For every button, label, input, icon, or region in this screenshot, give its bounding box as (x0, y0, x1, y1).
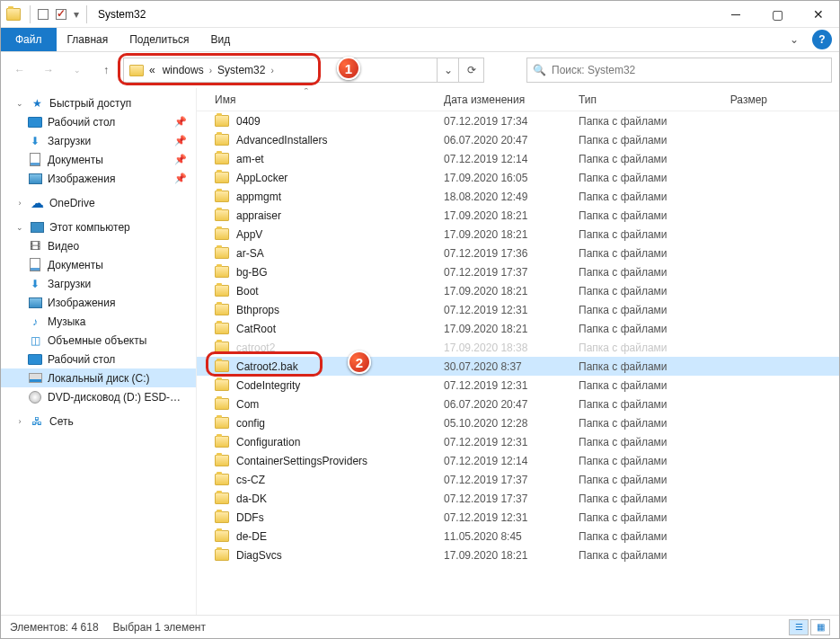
back-button[interactable]: ← (8, 58, 31, 82)
table-row[interactable]: ar-SA07.12.2019 17:36Папка с файлами (197, 244, 839, 262)
folder-icon (215, 455, 229, 466)
file-type: Папка с файлами (579, 436, 722, 448)
tab-home[interactable]: Главная (57, 28, 119, 51)
file-date: 17.09.2020 18:21 (444, 285, 579, 297)
file-name: ar-SA (236, 247, 444, 260)
help-button[interactable]: ? (812, 30, 832, 49)
file-tab[interactable]: Файл (1, 28, 57, 51)
sidebar-item-videos[interactable]: 🎞Видео (1, 236, 196, 255)
refresh-button[interactable]: ⟳ (459, 58, 484, 83)
sidebar-item-downloads[interactable]: ⬇Загрузки (1, 274, 196, 293)
table-row[interactable]: am-et07.12.2019 12:14Папка с файлами (197, 149, 839, 168)
table-row[interactable]: de-DE11.05.2020 8:45Папка с файлами (197, 527, 839, 546)
sidebar-item-local-disk[interactable]: Локальный диск (C:) (1, 368, 196, 387)
table-row[interactable]: cs-CZ07.12.2019 17:37Папка с файлами (197, 470, 839, 489)
file-name: da-DK (236, 493, 444, 505)
table-row[interactable]: AppV17.09.2020 18:21Папка с файлами (197, 225, 839, 244)
folder-icon (215, 436, 229, 448)
file-name: bg-BG (236, 266, 444, 279)
up-button[interactable]: ↑ (94, 58, 118, 82)
table-row[interactable]: catroot217.09.2020 18:38Папка с файлами (197, 338, 839, 357)
table-row[interactable]: 040907.12.2019 17:34Папка с файлами (197, 111, 839, 130)
table-row[interactable]: Com06.07.2020 20:47Папка с файлами (197, 395, 839, 413)
table-row[interactable]: AdvancedInstallers06.07.2020 20:47Папка … (197, 130, 839, 149)
large-icons-view-button[interactable]: ▦ (810, 619, 830, 635)
table-row[interactable]: DDFs07.12.2019 12:31Папка с файлами (197, 508, 839, 527)
forward-button[interactable]: → (37, 58, 60, 82)
address-dropdown-button[interactable]: ⌄ (438, 58, 459, 83)
sidebar-this-pc[interactable]: ⌄Этот компьютер (1, 217, 196, 236)
sidebar-item-pictures[interactable]: Изображения (1, 293, 196, 312)
file-list[interactable]: 040907.12.2019 17:34Папка с файламиAdvan… (197, 111, 839, 615)
table-row[interactable]: da-DK07.12.2019 17:37Папка с файлами (197, 489, 839, 508)
sidebar-onedrive[interactable]: ›☁OneDrive (1, 193, 196, 212)
sidebar-item-downloads[interactable]: ⬇Загрузки📌 (1, 131, 196, 150)
table-row[interactable]: Boot17.09.2020 18:21Папка с файлами (197, 281, 839, 300)
minimize-button[interactable]: ─ (715, 1, 756, 28)
file-type: Папка с файлами (579, 455, 722, 467)
label: Видео (48, 240, 79, 253)
column-header-size[interactable]: Размер (704, 93, 776, 106)
tree-collapse-icon[interactable]: ⌄ (15, 99, 24, 108)
ribbon-expand-button[interactable]: ⌄ (782, 28, 807, 51)
folder-icon (215, 153, 229, 164)
file-name: DiagSvcs (236, 549, 444, 562)
table-row[interactable]: CodeIntegrity07.12.2019 12:31Папка с фай… (197, 376, 839, 395)
qat-overflow[interactable]: ▾ (70, 8, 83, 21)
maximize-button[interactable]: ▢ (756, 1, 798, 28)
breadcrumb[interactable]: System32 (216, 64, 267, 76)
table-row[interactable]: ContainerSettingsProviders07.12.2019 12:… (197, 451, 839, 470)
recent-locations-button[interactable]: ⌄ (66, 58, 89, 82)
file-name: catroot2 (236, 342, 444, 354)
tree-expand-icon[interactable]: › (15, 199, 24, 208)
table-row[interactable]: CatRoot17.09.2020 18:21Папка с файлами (197, 319, 839, 338)
table-row[interactable]: Configuration07.12.2019 12:31Папка с фай… (197, 432, 839, 451)
separator (30, 5, 31, 23)
tab-view[interactable]: Вид (199, 28, 241, 51)
close-button[interactable]: ✕ (798, 1, 839, 28)
qat-checkbox-1[interactable] (38, 9, 49, 20)
table-row[interactable]: Catroot2.bak30.07.2020 8:37Папка с файла… (197, 357, 839, 376)
table-row[interactable]: AppLocker17.09.2020 16:05Папка с файлами (197, 168, 839, 187)
file-type: Папка с файлами (579, 209, 722, 222)
file-date: 18.08.2020 12:49 (444, 191, 579, 203)
qat-checkbox-2[interactable] (56, 9, 66, 20)
table-row[interactable]: bg-BG07.12.2019 17:37Папка с файлами (197, 262, 839, 281)
table-row[interactable]: Bthprops07.12.2019 12:31Папка с файлами (197, 300, 839, 319)
table-row[interactable]: appmgmt18.08.2020 12:49Папка с файлами (197, 187, 839, 206)
sidebar-item-dvd[interactable]: DVD-дисковод (D:) ESD-… (1, 387, 196, 406)
sidebar-item-music[interactable]: ♪Музыка (1, 312, 196, 331)
chevron-right-icon[interactable]: › (209, 66, 212, 75)
sidebar-quick-access[interactable]: ⌄ ★ Быстрый доступ (1, 93, 196, 112)
sidebar-item-documents[interactable]: Документы📌 (1, 150, 196, 169)
cloud-icon: ☁ (30, 196, 44, 210)
breadcrumb[interactable]: « (147, 64, 157, 76)
folder-icon (215, 247, 229, 259)
label: OneDrive (49, 197, 95, 209)
file-date: 07.12.2019 12:31 (444, 511, 579, 524)
file-date: 07.12.2019 17:37 (444, 266, 579, 279)
tab-share[interactable]: Поделиться (119, 28, 199, 51)
sidebar-item-pictures[interactable]: Изображения📌 (1, 169, 196, 188)
column-header-type[interactable]: Тип (579, 93, 704, 106)
column-header-date[interactable]: Дата изменения (444, 93, 579, 106)
tree-expand-icon[interactable]: › (15, 417, 24, 426)
sidebar-item-3d-objects[interactable]: ◫Объемные объекты (1, 331, 196, 350)
details-view-button[interactable]: ☰ (789, 619, 809, 635)
search-input[interactable]: 🔍 Поиск: System32 (526, 58, 832, 83)
column-header-name[interactable]: Имя⌃ (215, 93, 444, 106)
sidebar-item-documents[interactable]: Документы (1, 255, 196, 274)
address-bar[interactable]: « windows › System32 › (123, 58, 438, 83)
file-name: Catroot2.bak (236, 360, 444, 373)
sidebar-item-desktop[interactable]: Рабочий стол (1, 350, 196, 368)
table-row[interactable]: appraiser17.09.2020 18:21Папка с файлами (197, 206, 839, 225)
folder-icon (6, 8, 21, 21)
file-date: 07.12.2019 17:34 (444, 115, 579, 128)
table-row[interactable]: DiagSvcs17.09.2020 18:21Папка с файлами (197, 546, 839, 564)
sidebar-network[interactable]: ›🖧Сеть (1, 412, 196, 430)
table-row[interactable]: config05.10.2020 12:28Папка с файлами (197, 413, 839, 432)
breadcrumb[interactable]: windows (161, 64, 206, 76)
chevron-right-icon[interactable]: › (270, 66, 273, 75)
tree-collapse-icon[interactable]: ⌄ (15, 223, 24, 232)
sidebar-item-desktop[interactable]: Рабочий стол📌 (1, 112, 196, 131)
